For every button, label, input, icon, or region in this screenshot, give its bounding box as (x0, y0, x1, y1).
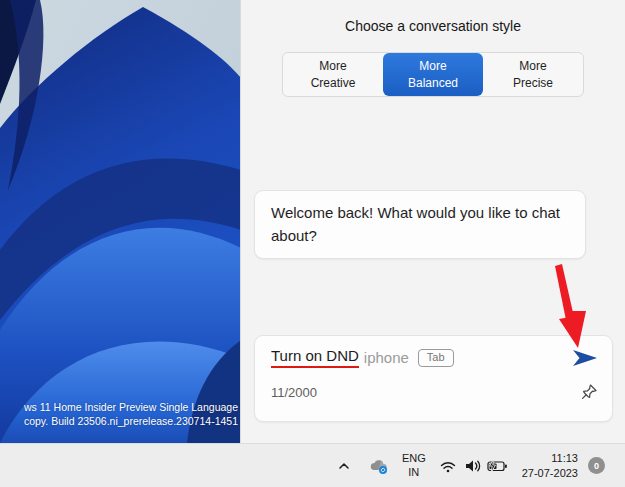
windows-bloom-wallpaper (0, 0, 241, 443)
style-option-label-line2: Creative (311, 75, 356, 91)
clock[interactable]: 11:13 27-07-2023 (522, 451, 578, 481)
language-line-1: ENG (402, 452, 426, 466)
system-tray: ENG IN 11:13 27 (336, 451, 625, 481)
inline-autocomplete-suggestion: iphone (364, 349, 409, 366)
volume-tray-button[interactable] (464, 458, 482, 474)
date: 27-07-2023 (522, 466, 578, 481)
chat-input-footer: 11/2000 (255, 368, 612, 401)
typed-text[interactable]: Turn on DND (271, 347, 359, 368)
insider-watermark: ws 11 Home Insider Preview Single Langua… (24, 401, 238, 429)
style-option-more-precise[interactable]: More Precise (483, 53, 583, 96)
assistant-welcome-message: Welcome back! What would you like to cha… (254, 190, 586, 259)
language-line-2: IN (402, 466, 426, 480)
wifi-icon (438, 458, 458, 474)
battery-charging-icon (486, 458, 508, 474)
style-option-more-balanced[interactable]: More Balanced (383, 53, 483, 96)
network-tray-button[interactable] (438, 458, 458, 474)
speaker-icon (464, 458, 482, 474)
tray-overflow-button[interactable] (336, 458, 352, 474)
tab-key-hint: Tab (418, 349, 454, 367)
chat-input-row: Turn on DND iphone Tab (255, 336, 612, 368)
style-option-more-creative[interactable]: More Creative (283, 53, 383, 96)
conversation-style-picker: More Creative More Balanced More Precise (282, 52, 584, 97)
pushpin-icon (580, 383, 598, 401)
taskbar: ENG IN 11:13 27 (0, 443, 625, 487)
pin-button[interactable] (580, 383, 598, 401)
copilot-panel: Choose a conversation style More Creativ… (240, 0, 625, 443)
onedrive-tray-button[interactable] (368, 457, 390, 475)
style-option-label-line1: More (319, 58, 346, 74)
style-option-label-line2: Balanced (408, 75, 458, 91)
battery-tray-button[interactable] (486, 458, 508, 474)
time: 11:13 (522, 451, 578, 466)
notification-count-badge[interactable]: 0 (588, 457, 605, 474)
language-indicator[interactable]: ENG IN (402, 452, 426, 480)
style-option-label-line1: More (419, 58, 446, 74)
chat-input-box[interactable]: Turn on DND iphone Tab 11/2000 (254, 335, 613, 422)
onedrive-cloud-icon (368, 457, 390, 475)
desktop-wallpaper: ws 11 Home Insider Preview Single Langua… (0, 0, 241, 443)
send-button[interactable] (572, 348, 598, 368)
chevron-up-icon (336, 458, 352, 474)
send-paper-plane-icon (572, 348, 598, 368)
character-count: 11/2000 (271, 385, 317, 400)
watermark-line-2: copy. Build 23506.ni_prerelease.230714-1… (24, 415, 238, 429)
style-option-label-line2: Precise (513, 75, 553, 91)
conversation-style-title: Choose a conversation style (241, 18, 625, 34)
style-option-label-line1: More (519, 58, 546, 74)
watermark-line-1: ws 11 Home Insider Preview Single Langua… (24, 401, 238, 415)
